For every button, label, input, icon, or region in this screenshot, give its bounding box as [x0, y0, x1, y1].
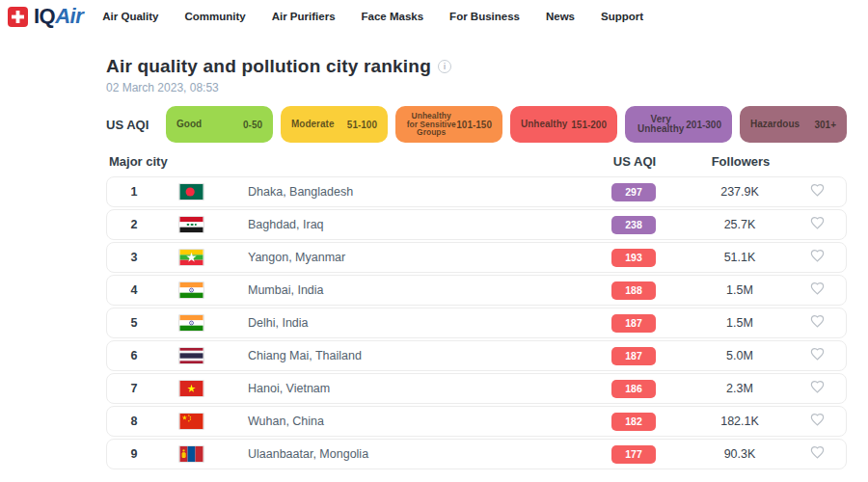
city-link[interactable]: Dhaka, Bangladesh	[248, 185, 576, 199]
rank-number: 3	[107, 251, 161, 264]
city-link[interactable]: Delhi, India	[248, 316, 576, 330]
rank-number: 2	[107, 218, 161, 231]
rank-number: 1	[107, 185, 161, 199]
heart-follow-icon[interactable]	[809, 379, 826, 394]
followers-count: 90.3K	[692, 447, 788, 461]
column-header-followers[interactable]: Followers	[692, 154, 789, 169]
city-link[interactable]: Yangon, Myanmar	[248, 251, 576, 264]
heart-follow-icon[interactable]	[809, 444, 826, 460]
china-flag-icon	[161, 413, 248, 430]
bangladesh-flag-icon	[161, 183, 248, 201]
table-row-yangon[interactable]: 3 Yangon, Myanmar 193 51.1K	[106, 242, 847, 273]
heart-follow-icon[interactable]	[809, 346, 826, 362]
city-link[interactable]: Baghdad, Iraq	[248, 218, 576, 231]
city-link[interactable]: Mumbai, India	[248, 283, 576, 297]
mongolia-flag-icon	[161, 445, 248, 463]
table-row-chiang-mai[interactable]: 6 Chiang Mai, Thailand 187 5.0M	[106, 340, 847, 371]
aqi-badge: 238	[611, 216, 656, 234]
aqi-badge: 297	[611, 183, 656, 201]
table-row-delhi[interactable]: 5 Delhi, India 187 1.5M	[106, 308, 847, 338]
india-flag-icon	[161, 314, 248, 332]
followers-count: 25.7K	[692, 218, 788, 231]
aqi-legend-label: US AQI	[106, 118, 166, 132]
myanmar-flag-icon	[161, 249, 248, 266]
nav-face-masks[interactable]: Face Masks	[362, 11, 424, 22]
legend-pill-good: Good 0-50	[166, 106, 273, 143]
city-ranking-table: 1 Dhaka, Bangladesh 297 237.9K 2 Baghdad…	[106, 176, 847, 469]
iraq-flag-icon	[161, 216, 248, 233]
heart-follow-icon[interactable]	[809, 412, 826, 427]
table-row-dhaka[interactable]: 1 Dhaka, Bangladesh 297 237.9K	[106, 176, 847, 207]
heart-follow-icon[interactable]	[809, 313, 826, 329]
legend-pill-very-unhealthy: Very Unhealthy 201-300	[625, 106, 732, 143]
info-icon[interactable]: i	[438, 60, 451, 73]
legend-pill-unhealthy: Unhealthy 151-200	[510, 106, 617, 143]
heart-follow-icon[interactable]	[809, 281, 826, 296]
table-row-wuhan[interactable]: 8 Wuhan, China 182 182.1K	[106, 406, 847, 437]
rank-number: 9	[107, 447, 161, 461]
aqi-badge: 186	[611, 380, 656, 398]
vietnam-flag-icon	[161, 380, 248, 397]
last-updated-timestamp: 02 March 2023, 08:53	[106, 81, 847, 94]
nav-air-purifiers[interactable]: Air Purifiers	[272, 11, 336, 22]
nav-air-quality[interactable]: Air Quality	[102, 11, 158, 22]
legend-pill-unhealthy-sensitive: Unhealthy for Sensitive Groups 101-150	[395, 106, 502, 143]
heart-follow-icon[interactable]	[809, 215, 826, 230]
rank-number: 5	[107, 316, 161, 330]
column-header-major-city[interactable]: Major city	[106, 154, 577, 169]
rank-number: 6	[107, 349, 161, 362]
city-link[interactable]: Chiang Mai, Thailand	[248, 349, 576, 362]
followers-count: 2.3M	[692, 382, 788, 395]
table-header: Major city US AQI Followers	[106, 143, 847, 176]
followers-count: 237.9K	[692, 185, 788, 199]
followers-count: 1.5M	[692, 316, 788, 330]
top-nav: IQAir Air Quality Community Air Purifier…	[0, 0, 868, 33]
table-row-hanoi[interactable]: 7 Hanoi, Vietnam 186 2.3M	[106, 373, 847, 404]
nav-for-business[interactable]: For Business	[449, 11, 520, 22]
city-link[interactable]: Hanoi, Vietnam	[248, 382, 576, 395]
page-title: Air quality and pollution city ranking	[106, 56, 431, 77]
logo-text: IQAir	[34, 4, 83, 29]
legend-pill-hazardous: Hazardous 301+	[740, 106, 847, 143]
aqi-legend: US AQI Good 0-50 Moderate 51-100 Unhealt…	[106, 106, 847, 143]
aqi-badge: 187	[611, 347, 656, 365]
aqi-badge: 188	[611, 281, 656, 300]
followers-count: 182.1K	[692, 415, 788, 428]
city-link[interactable]: Ulaanbaatar, Mongolia	[248, 447, 576, 461]
aqi-badge: 177	[611, 445, 656, 464]
legend-pill-moderate: Moderate 51-100	[281, 106, 388, 143]
rank-number: 4	[107, 283, 161, 297]
swiss-cross-icon	[8, 7, 28, 27]
india-flag-icon	[161, 281, 248, 299]
rank-number: 8	[107, 415, 161, 428]
thailand-flag-icon	[161, 347, 248, 364]
nav-community[interactable]: Community	[184, 11, 245, 22]
heart-follow-icon[interactable]	[809, 248, 826, 263]
nav-support[interactable]: Support	[601, 11, 643, 22]
nav-news[interactable]: News	[546, 11, 575, 22]
rank-number: 7	[107, 382, 161, 395]
table-row-ulaanbaatar[interactable]: 9 Ulaanbaatar, Mongolia 177 90.3K	[106, 439, 847, 469]
ranking-page: Air quality and pollution city ranking i…	[106, 56, 847, 469]
followers-count: 5.0M	[692, 349, 788, 362]
followers-count: 51.1K	[692, 251, 788, 264]
followers-count: 1.5M	[692, 283, 788, 297]
table-row-mumbai[interactable]: 4 Mumbai, India 188 1.5M	[106, 275, 847, 306]
table-row-baghdad[interactable]: 2 Baghdad, Iraq 238 25.7K	[106, 209, 847, 240]
iqair-logo[interactable]: IQAir	[8, 4, 83, 29]
aqi-badge: 182	[611, 413, 656, 431]
heart-follow-icon[interactable]	[809, 182, 826, 198]
aqi-badge: 193	[611, 249, 656, 267]
city-link[interactable]: Wuhan, China	[248, 415, 576, 428]
column-header-us-aqi[interactable]: US AQI	[577, 154, 692, 169]
aqi-badge: 187	[611, 314, 656, 333]
main-nav: Air Quality Community Air Purifiers Face…	[102, 11, 643, 22]
